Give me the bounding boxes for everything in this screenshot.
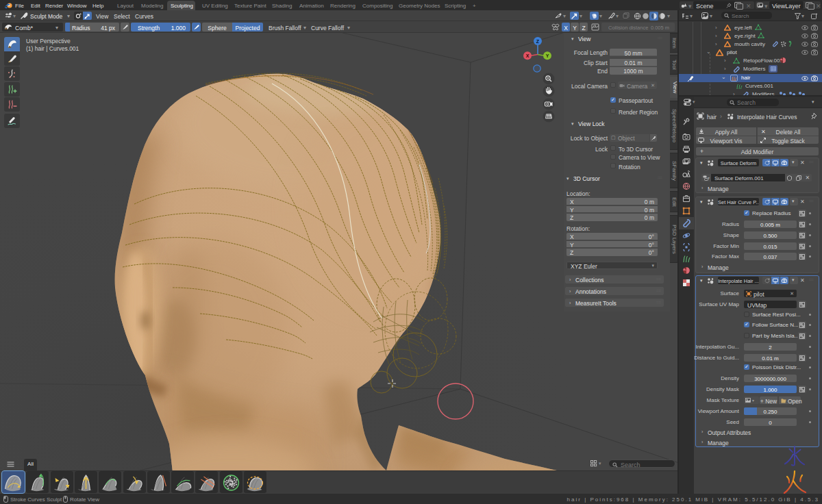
svg-text:Z: Z [536,39,540,44]
svg-text:Y: Y [546,53,549,58]
svg-text:X: X [526,53,530,58]
